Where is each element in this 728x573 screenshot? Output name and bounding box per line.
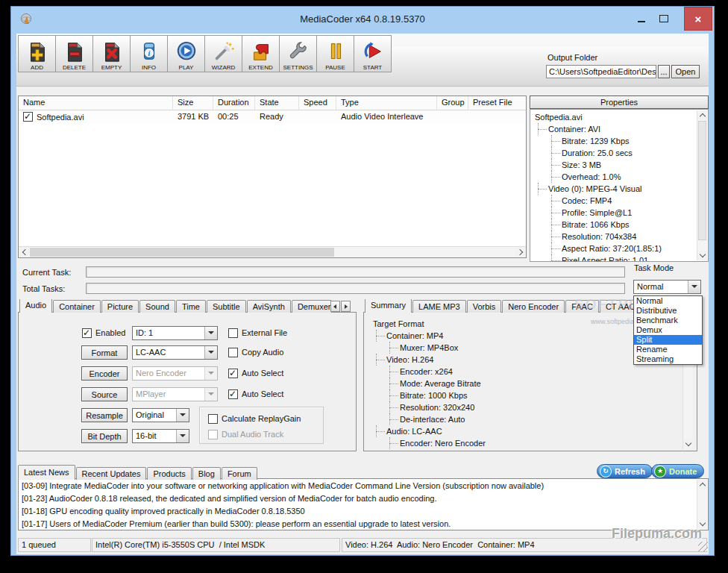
scroll-down-button[interactable] xyxy=(683,439,693,449)
column-header[interactable]: Preset File xyxy=(468,96,526,110)
scroll-down-button[interactable] xyxy=(697,251,707,260)
resize-grip[interactable] xyxy=(698,542,708,551)
news-item[interactable]: [03-09] Integrate MediaCoder into your s… xyxy=(19,480,697,492)
properties-scrollbar[interactable] xyxy=(697,110,707,260)
scrollbar-thumb[interactable] xyxy=(30,248,334,257)
settings-button[interactable]: SETTINGS xyxy=(279,35,317,72)
horizontal-scrollbar[interactable] xyxy=(19,246,526,257)
tree-item[interactable]: Audio: LC-AAC xyxy=(370,425,680,437)
info-button[interactable]: i INFO xyxy=(130,35,168,72)
tree-item[interactable]: Bitrate: 1000 Kbps xyxy=(370,389,680,401)
bit-depth-combo[interactable]: 16-bit xyxy=(132,429,189,443)
tab[interactable]: Container xyxy=(53,300,101,313)
column-header[interactable]: Speed xyxy=(299,96,336,110)
column-header[interactable]: Name xyxy=(19,96,173,110)
play-button[interactable]: PLAY xyxy=(167,35,205,72)
tab[interactable]: Forum xyxy=(222,467,257,480)
source-auto-select-checkbox[interactable] xyxy=(228,389,238,399)
tab[interactable]: AviSynth xyxy=(247,300,291,313)
maximize-button[interactable] xyxy=(654,7,674,31)
scrollbar-thumb[interactable] xyxy=(698,121,706,240)
enabled-checkbox[interactable] xyxy=(82,328,92,338)
resample-combo[interactable]: Original xyxy=(132,408,189,422)
column-header[interactable]: Group xyxy=(437,96,468,110)
output-folder-input[interactable]: C:\Users\SoftpediaEditor\Desktop xyxy=(546,65,656,78)
tree-item[interactable]: Mode: Average Bitrate xyxy=(370,378,680,389)
tree-item[interactable]: De-interlace: Auto xyxy=(370,413,680,425)
dropdown-option[interactable]: Split xyxy=(634,335,702,345)
open-button[interactable]: Open xyxy=(671,65,700,78)
column-header[interactable]: Duration xyxy=(213,96,255,110)
add-button[interactable]: ADD xyxy=(18,35,56,72)
resample-button[interactable]: Resample xyxy=(81,408,128,422)
properties-header[interactable]: Properties xyxy=(530,96,709,109)
start-button[interactable]: START xyxy=(354,35,392,72)
tab[interactable]: LAME MP3 xyxy=(412,300,466,313)
dropdown-option[interactable]: Demux xyxy=(634,325,702,335)
bit-depth-button[interactable]: Bit Depth xyxy=(81,429,128,443)
pause-button[interactable]: PAUSE xyxy=(316,35,354,72)
tab[interactable]: Nero Encoder xyxy=(502,300,565,313)
tree-item[interactable]: Encoder: Nero Encoder xyxy=(370,437,680,449)
empty-button[interactable]: EMPTY xyxy=(92,35,131,72)
tree-item[interactable]: Profile: Simple@L1 xyxy=(532,207,696,219)
news-item[interactable]: [01-17] Users of MediaCoder Premium (ear… xyxy=(19,518,697,530)
title-bar[interactable]: MediaCoder x64 0.8.19.5370 × xyxy=(11,7,714,34)
task-mode-combo[interactable]: Normal xyxy=(633,280,701,294)
delete-button[interactable]: DELETE xyxy=(55,35,93,72)
column-header[interactable]: Type xyxy=(336,96,437,110)
chevron-down-icon[interactable] xyxy=(204,327,217,339)
tab[interactable]: Blog xyxy=(192,467,221,480)
tab[interactable]: Latest News xyxy=(18,465,75,480)
tab[interactable]: Time xyxy=(176,300,206,313)
tree-item[interactable]: Container: AVI xyxy=(532,123,696,135)
wizard-button[interactable]: WIZARD xyxy=(204,35,242,72)
source-button[interactable]: Source xyxy=(81,387,128,401)
tree-item[interactable]: Aspect Ratio: 37:20(1.85:1) xyxy=(532,242,696,254)
news-item[interactable]: [01-23] AudioCoder 0.8.18 released, the … xyxy=(19,492,697,505)
tree-item[interactable]: Pixel Aspect Ratio: 1.01 xyxy=(532,254,696,262)
tab[interactable]: FAAC xyxy=(565,300,599,313)
tab[interactable]: Products xyxy=(147,467,191,480)
scroll-up-button[interactable] xyxy=(697,480,707,489)
browse-button[interactable]: ... xyxy=(658,65,670,78)
copy-audio-checkbox[interactable] xyxy=(228,348,238,357)
news-scrollbar[interactable] xyxy=(697,480,707,529)
dropdown-option[interactable]: Rename xyxy=(634,345,702,354)
tab[interactable]: Subtitle xyxy=(207,300,246,313)
tree-item[interactable]: Resolution: 704x384 xyxy=(532,231,696,242)
tree-item[interactable]: Encoder: x264 xyxy=(370,366,680,378)
audio-id-combo[interactable]: ID: 1 xyxy=(132,326,218,340)
format-button[interactable]: Format xyxy=(81,345,128,360)
column-header[interactable]: State xyxy=(255,96,299,110)
extend-button[interactable]: EXTEND xyxy=(242,35,280,72)
dropdown-option[interactable]: Streaming xyxy=(634,354,702,364)
scroll-right-button[interactable] xyxy=(515,247,526,257)
tree-item[interactable]: Bitrate: 1239 Kbps xyxy=(532,135,696,147)
table-row[interactable]: Softpedia.avi 3791 KB 00:25 Ready Audio … xyxy=(19,110,526,124)
dropdown-option[interactable]: Benchmark xyxy=(634,316,702,325)
scroll-left-button[interactable] xyxy=(19,247,29,257)
encoder-button[interactable]: Encoder xyxy=(81,366,128,381)
tab[interactable]: Audio xyxy=(19,299,52,313)
scroll-up-button[interactable] xyxy=(697,110,707,120)
tree-item[interactable]: Duration: 25.0 secs xyxy=(532,147,696,159)
dropdown-option[interactable]: Distributive xyxy=(634,306,702,316)
external-file-checkbox[interactable] xyxy=(228,328,238,338)
chevron-down-icon[interactable] xyxy=(688,281,700,293)
tab[interactable]: Sound xyxy=(139,300,175,313)
news-item[interactable]: [01-18] GPU encoding quality improved pr… xyxy=(19,505,697,518)
tree-item[interactable]: Video (0): MPEG-4 Visual xyxy=(532,183,696,195)
dropdown-option[interactable]: Normal xyxy=(634,296,702,306)
chevron-down-icon[interactable] xyxy=(176,409,189,422)
tree-item[interactable]: Bitrate: 1066 Kbps xyxy=(532,219,696,231)
tree-item[interactable]: Resolution: 320x240 xyxy=(370,401,680,413)
tree-item[interactable]: Overhead: 1.0% xyxy=(532,171,696,183)
tree-item[interactable]: Size: 3 MB xyxy=(532,159,696,171)
tab[interactable]: Vorbis xyxy=(467,300,502,313)
tree-item[interactable]: Softpedia.avi xyxy=(532,111,696,123)
format-combo[interactable]: LC-AAC xyxy=(132,345,218,360)
encoder-auto-select-checkbox[interactable] xyxy=(228,369,238,378)
calculate-replaygain-checkbox[interactable] xyxy=(208,414,218,424)
chevron-down-icon[interactable] xyxy=(204,346,217,359)
